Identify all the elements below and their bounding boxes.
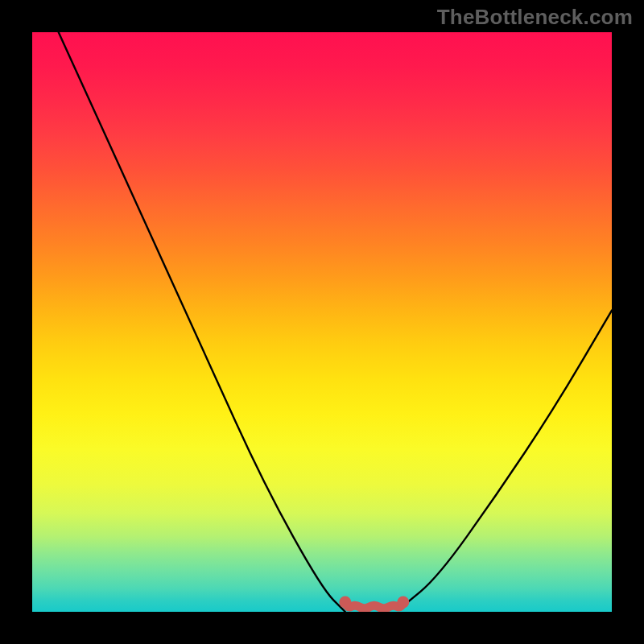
sweet-spot-marker (345, 602, 403, 609)
attribution-text: TheBottleneck.com (437, 5, 633, 30)
chart-frame: TheBottleneck.com (0, 0, 644, 644)
plot-area (32, 32, 612, 612)
bottleneck-curve (32, 32, 612, 612)
sweet-spot-left-dot (339, 597, 351, 609)
sweet-spot-right-dot (397, 597, 409, 609)
